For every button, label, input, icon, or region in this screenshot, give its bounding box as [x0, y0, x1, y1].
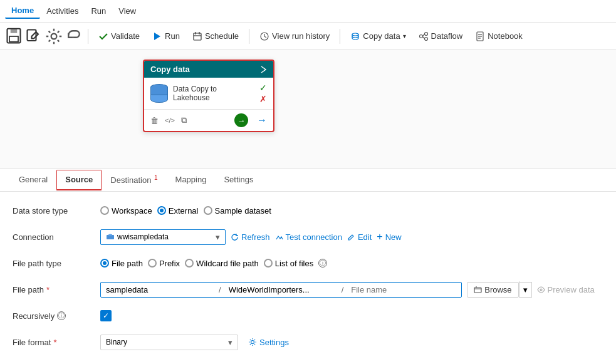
svg-rect-2 [9, 36, 18, 42]
connection-select[interactable]: wwisampledata ▾ [100, 229, 226, 245]
settings-button[interactable] [45, 28, 63, 45]
connection-row: Connection wwisampledata ▾ Refresh Test … [13, 228, 603, 246]
run-button[interactable]: Run [147, 29, 185, 44]
code-icon[interactable]: </> [165, 117, 175, 124]
file-path-directory-input[interactable] [224, 283, 339, 297]
toolbar-separator-2 [249, 29, 249, 44]
list-of-files-radio[interactable]: List of files [264, 259, 313, 268]
file-path-filename-input[interactable] [346, 283, 461, 297]
file-path-type-row: File path type File path Prefix Wildcard… [13, 254, 603, 272]
svg-marker-5 [154, 33, 160, 40]
menu-home[interactable]: Home [5, 3, 40, 19]
menu-bar: Home Activities Run View [0, 0, 616, 23]
workspace-radio[interactable]: Workspace [100, 206, 152, 216]
toolbar-separator-1 [88, 29, 88, 44]
copy-icon[interactable]: ⧉ [181, 115, 187, 125]
go-button[interactable]: → [234, 113, 248, 127]
edit-connection-link[interactable]: Edit [347, 232, 372, 242]
data-store-type-row: Data store type Workspace External Sampl… [13, 202, 603, 219]
copy-card-body: Data Copy to Lakehouse ✓ ✗ [144, 78, 273, 110]
x-icon: ✗ [259, 94, 267, 104]
database-icon [150, 84, 168, 103]
menu-run[interactable]: Run [85, 4, 112, 18]
canvas: Copy data Data Copy to Lakehouse ✓ ✗ 🗑 <… [0, 50, 616, 169]
tab-settings[interactable]: Settings [215, 170, 262, 190]
svg-point-23 [251, 341, 254, 344]
new-connection-link[interactable]: + New [377, 231, 401, 242]
recursively-checkbox[interactable]: ✓ [100, 310, 112, 321]
check-icon: ✓ [259, 83, 267, 93]
recursively-row: Recursively ⓘ ✓ [13, 307, 603, 325]
file-path-radio[interactable]: File path [100, 259, 143, 268]
undo-button[interactable] [65, 28, 83, 45]
recursively-content: ✓ [100, 310, 603, 321]
toolbar: Validate Run Schedule View run history C… [0, 23, 616, 50]
tabs: General Source Destination 1 Mapping Set… [0, 169, 616, 192]
sample-dataset-radio[interactable]: Sample dataset [204, 206, 271, 216]
svg-rect-6 [194, 33, 201, 40]
svg-point-4 [51, 33, 57, 39]
prefix-radio[interactable]: Prefix [148, 259, 180, 268]
copy-data-card: Copy data Data Copy to Lakehouse ✓ ✗ 🗑 <… [143, 60, 274, 132]
connection-content: wwisampledata ▾ Refresh Test connection … [100, 229, 603, 245]
delete-icon[interactable]: 🗑 [150, 116, 159, 125]
file-path-type-options: File path Prefix Wildcard file path List… [100, 259, 603, 268]
svg-rect-21 [474, 288, 481, 293]
recursively-label: Recursively ⓘ [13, 311, 100, 321]
svg-point-22 [540, 289, 542, 291]
data-store-type-label: Data store type [13, 206, 100, 216]
refresh-link[interactable]: Refresh [231, 232, 270, 242]
dataflow-button[interactable]: Dataflow [414, 29, 468, 44]
file-path-container-input[interactable] [101, 283, 216, 297]
tab-source[interactable]: Source [56, 170, 102, 190]
tab-mapping[interactable]: Mapping [167, 170, 216, 190]
svg-point-13 [424, 32, 427, 35]
browse-button[interactable]: Browse [467, 282, 518, 298]
menu-view[interactable]: View [112, 4, 142, 18]
file-format-label: File format * [13, 338, 100, 347]
file-format-content: Binary ▾ Settings [100, 335, 603, 350]
test-connection-link[interactable]: Test connection [275, 232, 342, 242]
file-format-settings-link[interactable]: Settings [248, 338, 289, 347]
view-run-history-button[interactable]: View run history [254, 29, 335, 44]
validate-button[interactable]: Validate [93, 29, 145, 44]
connection-caret: ▾ [216, 232, 220, 242]
browse-button-group: Browse ▾ [467, 281, 531, 298]
edit-icon-button[interactable] [25, 28, 43, 45]
file-format-row: File format * Binary ▾ Settings [13, 333, 603, 351]
preview-data-link[interactable]: Preview data [537, 285, 595, 294]
properties-panel: Data store type Workspace External Sampl… [0, 192, 616, 364]
external-radio[interactable]: External [157, 206, 199, 216]
file-path-row: File path * / / Browse ▾ Preview [13, 281, 603, 298]
recursively-info-icon[interactable]: ⓘ [57, 311, 66, 320]
file-path-type-label: File path type [13, 259, 100, 268]
list-of-files-info-icon[interactable]: ⓘ [318, 259, 327, 268]
tab-destination[interactable]: Destination 1 [102, 169, 166, 191]
file-path-content: / / Browse ▾ Preview data [100, 281, 603, 298]
menu-activities[interactable]: Activities [40, 4, 85, 18]
svg-point-12 [419, 34, 422, 38]
file-format-caret: ▾ [228, 338, 232, 347]
svg-point-14 [424, 37, 427, 40]
svg-rect-1 [11, 28, 18, 33]
schedule-button[interactable]: Schedule [187, 29, 244, 44]
copy-data-button[interactable]: Copy data ▾ [345, 29, 410, 44]
notebook-button[interactable]: Notebook [470, 29, 528, 44]
card-arrow-icon[interactable]: → [257, 115, 267, 126]
copy-card-footer: 🗑 </> ⧉ → → [144, 110, 273, 131]
connection-label: Connection [13, 232, 100, 242]
save-button[interactable] [5, 28, 23, 45]
advanced-section[interactable]: › Advanced [13, 360, 603, 364]
file-format-select[interactable]: Binary ▾ [100, 335, 238, 350]
toolbar-separator-3 [340, 29, 340, 44]
copy-card-header: Copy data [144, 61, 273, 78]
svg-point-20 [108, 234, 112, 236]
data-store-type-options: Workspace External Sample dataset [100, 206, 603, 216]
copy-card-label: Data Copy to Lakehouse [173, 85, 254, 102]
svg-point-11 [352, 33, 358, 36]
browse-dropdown-button[interactable]: ▾ [519, 282, 532, 298]
file-path-label: File path * [13, 285, 100, 294]
file-path-input-group: / / [100, 282, 462, 298]
wildcard-radio[interactable]: Wildcard file path [185, 259, 259, 268]
tab-general[interactable]: General [10, 170, 56, 190]
